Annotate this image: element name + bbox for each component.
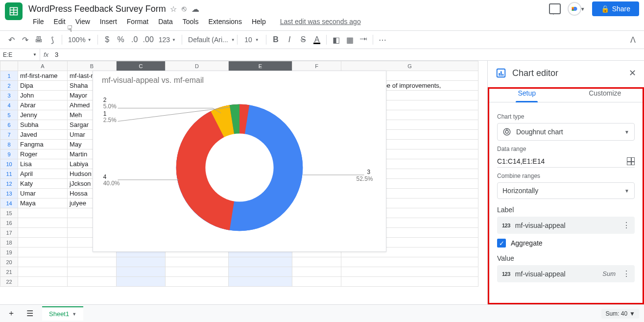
more-tools-button[interactable]: ⋯ xyxy=(376,33,389,46)
close-editor-button[interactable]: ✕ xyxy=(629,68,636,78)
print-button[interactable]: 🖶 xyxy=(32,33,45,46)
row-header-5[interactable]: 5 xyxy=(0,110,18,120)
row-header-21[interactable]: 21 xyxy=(0,267,18,277)
comment-history-icon[interactable] xyxy=(549,3,561,14)
currency-button[interactable]: $ xyxy=(101,33,114,46)
col-header-A[interactable]: A xyxy=(18,61,68,71)
cell[interactable]: Subha xyxy=(18,120,68,130)
col-header-G[interactable]: G xyxy=(341,61,478,71)
font-select[interactable]: Default (Ari...▼ xyxy=(185,35,234,45)
all-sheets-button[interactable]: ☰ xyxy=(24,307,36,320)
cell[interactable] xyxy=(68,267,117,277)
cell[interactable] xyxy=(166,277,229,287)
menu-extensions[interactable]: Extensions xyxy=(204,16,246,27)
formula-input[interactable]: 3 xyxy=(52,51,644,58)
cloud-icon[interactable]: ☁ xyxy=(191,4,199,14)
cell[interactable] xyxy=(292,277,341,287)
data-range-input[interactable]: C1:C14,E1:E14 xyxy=(497,157,627,165)
menu-file[interactable]: File xyxy=(28,16,48,27)
paint-format-button[interactable]: ⟆ xyxy=(46,33,59,46)
italic-button[interactable]: I xyxy=(283,33,296,46)
cell[interactable]: Maya xyxy=(18,198,68,208)
meet-icon[interactable] xyxy=(568,2,581,16)
row-header-17[interactable]: 17 xyxy=(0,228,18,238)
cell[interactable]: Lisa xyxy=(18,159,68,169)
decrease-decimal-button[interactable]: .0 xyxy=(128,33,141,46)
sheet-tab[interactable]: Sheet1▼ xyxy=(42,306,83,321)
cell[interactable]: Umar xyxy=(18,189,68,198)
row-header-10[interactable]: 10 xyxy=(0,159,18,169)
col-header-C[interactable]: C xyxy=(117,61,166,71)
collapse-toolbar-button[interactable]: ᐱ xyxy=(626,33,639,46)
cell[interactable]: John xyxy=(18,91,68,100)
select-range-icon[interactable] xyxy=(627,157,635,165)
row-header-8[interactable]: 8 xyxy=(0,140,18,149)
cell[interactable] xyxy=(117,277,166,287)
zoom-select[interactable]: 100%▼ xyxy=(65,35,95,45)
cell[interactable] xyxy=(117,257,166,267)
cell[interactable]: April xyxy=(18,169,68,179)
strike-button[interactable]: S xyxy=(297,33,310,46)
name-box[interactable]: E:E▼ xyxy=(0,49,40,60)
cell[interactable]: Roger xyxy=(18,149,68,159)
cell[interactable] xyxy=(292,267,341,277)
col-header-D[interactable]: D xyxy=(166,61,229,71)
row-header-2[interactable]: 2 xyxy=(0,81,18,91)
value-more-icon[interactable]: ⋮ xyxy=(622,269,630,278)
row-header-19[interactable]: 19 xyxy=(0,248,18,257)
cell[interactable] xyxy=(18,218,68,228)
row-header-4[interactable]: 4 xyxy=(0,100,18,110)
row-header-16[interactable]: 16 xyxy=(0,218,18,228)
cell[interactable] xyxy=(18,208,68,218)
cell[interactable] xyxy=(229,277,292,287)
more-formats-select[interactable]: 123▼ xyxy=(156,35,179,45)
row-header-9[interactable]: 9 xyxy=(0,149,18,159)
cell[interactable] xyxy=(166,257,229,267)
label-chip[interactable]: 123 mf-visual-appeal ⋮ xyxy=(497,217,635,234)
row-header-22[interactable]: 22 xyxy=(0,277,18,287)
label-more-icon[interactable]: ⋮ xyxy=(622,221,630,230)
undo-button[interactable]: ↶ xyxy=(5,33,18,46)
cell[interactable] xyxy=(341,257,478,267)
share-button[interactable]: 🔒 Share xyxy=(592,1,639,16)
row-header-20[interactable]: 20 xyxy=(0,257,18,267)
row-header-13[interactable]: 13 xyxy=(0,189,18,198)
cell[interactable] xyxy=(18,277,68,287)
row-header-12[interactable]: 12 xyxy=(0,179,18,189)
borders-button[interactable]: ▦ xyxy=(343,33,356,46)
tab-setup[interactable]: Setup xyxy=(488,85,566,102)
move-icon[interactable]: ⎋ xyxy=(182,4,187,14)
cell[interactable]: Jenny xyxy=(18,110,68,120)
aggregate-checkbox[interactable]: ✓ Aggregate xyxy=(497,239,635,248)
cell[interactable] xyxy=(68,277,117,287)
row-header-14[interactable]: 14 xyxy=(0,198,18,208)
row-header-6[interactable]: 6 xyxy=(0,120,18,130)
value-chip[interactable]: 123 mf-visual-appeal Sum ⋮ xyxy=(497,265,635,282)
cell[interactable]: Abrar xyxy=(18,100,68,110)
increase-decimal-button[interactable]: .00 xyxy=(142,33,155,46)
sum-indicator[interactable]: Sum: 40▼ xyxy=(601,309,639,319)
redo-button[interactable]: ↷ xyxy=(19,33,31,46)
cell[interactable] xyxy=(18,248,68,257)
cell[interactable] xyxy=(341,277,478,287)
menu-insert[interactable]: Insert xyxy=(95,16,121,27)
spreadsheet-grid[interactable]: ABCDEFG1mf-first-namemf-last-namemf-emai… xyxy=(0,61,487,304)
menu-tools[interactable]: Tools xyxy=(178,16,203,27)
cell[interactable]: Javed xyxy=(18,130,68,140)
cell[interactable] xyxy=(68,257,117,267)
row-header-7[interactable]: 7 xyxy=(0,130,18,140)
merge-button[interactable]: ⭲ xyxy=(357,33,370,46)
doc-title[interactable]: WordPress Feedback Survey Form xyxy=(28,4,166,14)
chart-embed[interactable]: mf-visual-appeal vs. mf-email xyxy=(93,71,386,252)
row-header-3[interactable]: 3 xyxy=(0,91,18,100)
cell[interactable] xyxy=(18,228,68,238)
cell[interactable]: mf-first-name xyxy=(18,71,68,81)
bold-button[interactable]: B xyxy=(269,33,282,46)
cell[interactable] xyxy=(292,257,341,267)
menu-data[interactable]: Data xyxy=(154,16,177,27)
menu-edit[interactable]: Edit xyxy=(49,16,70,27)
row-header-15[interactable]: 15 xyxy=(0,208,18,218)
chart-type-select[interactable]: Doughnut chart▼ xyxy=(497,123,635,141)
col-header-E[interactable]: E xyxy=(229,61,292,71)
star-icon[interactable]: ☆ xyxy=(170,4,177,14)
